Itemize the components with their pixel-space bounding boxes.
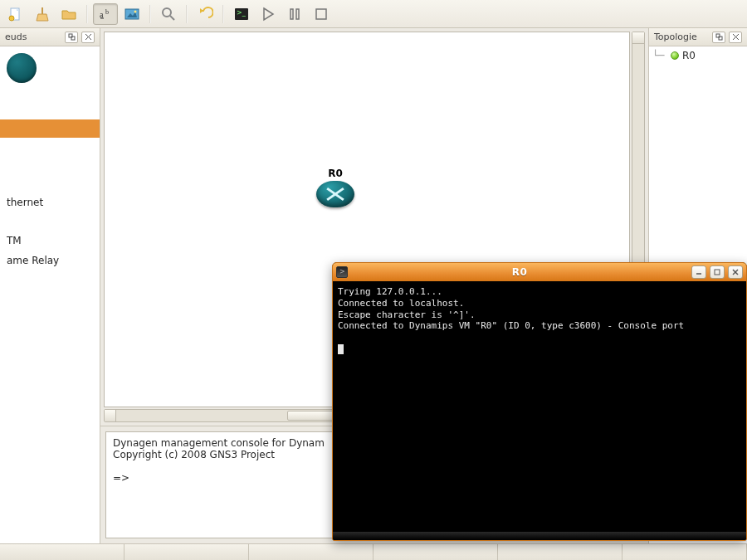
term-line: Connected to Dynamips VM "R0" (ID 0, typ…: [338, 320, 684, 331]
node-row-router[interactable]: [0, 48, 100, 119]
svg-point-8: [163, 8, 171, 17]
close-icon: [85, 33, 92, 41]
undo-icon: [197, 6, 213, 22]
pause-button[interactable]: [282, 3, 307, 25]
svg-rect-2: [42, 7, 43, 14]
close-icon: [731, 268, 740, 276]
topology-node[interactable]: └─ R0: [652, 48, 744, 63]
svg-text:a: a: [100, 10, 104, 19]
terminal-icon: [336, 266, 348, 278]
router-icon: [7, 53, 37, 83]
window-resize-grip[interactable]: [333, 532, 746, 540]
nodes-list: thernet TM ame Relay: [0, 46, 100, 543]
svg-text:>_: >_: [237, 9, 247, 17]
window-minimize-button[interactable]: [691, 265, 706, 279]
console-window-title: R0: [351, 266, 688, 278]
folder-icon: [61, 6, 77, 22]
separator: [149, 5, 151, 23]
term-line: Escape character is '^]'.: [338, 309, 476, 320]
nodes-panel-header[interactable]: euds: [0, 28, 100, 46]
status-running-icon: [671, 51, 679, 60]
topology-panel-header[interactable]: Topologie: [649, 28, 747, 46]
term-line: Trying 127.0.0.1...: [338, 286, 442, 297]
canvas-node-label: R0: [316, 168, 354, 179]
nodes-panel: euds thernet TM: [0, 28, 100, 543]
broom-icon: [34, 6, 51, 22]
close-icon: [732, 33, 740, 41]
status-bar: [0, 543, 747, 560]
svg-point-7: [134, 10, 137, 12]
maximize-icon: [713, 268, 721, 276]
svg-rect-14: [290, 9, 293, 19]
picture-icon: [124, 6, 140, 22]
svg-marker-13: [264, 8, 273, 20]
panel-close-button[interactable]: [729, 32, 742, 43]
ab-icon: a b: [97, 6, 114, 22]
play-icon: [260, 6, 276, 22]
app-root: a b: [0, 0, 747, 560]
svg-line-9: [170, 16, 174, 20]
console-prompt: =>: [113, 472, 129, 484]
console-output[interactable]: Trying 127.0.0.1... Connected to localho…: [333, 281, 746, 532]
svg-text:b: b: [105, 8, 109, 16]
svg-rect-26: [715, 270, 720, 275]
separator: [222, 5, 224, 23]
node-row-label: ame Relay: [7, 255, 59, 266]
svg-rect-15: [296, 9, 299, 19]
panel-close-button[interactable]: [81, 32, 95, 43]
minimize-icon: [695, 268, 703, 276]
play-button[interactable]: [256, 3, 281, 25]
undock-icon: [715, 33, 723, 41]
console-line: Copyright (c) 2008 GNS3 Project: [113, 449, 275, 460]
node-row-selected[interactable]: [0, 119, 100, 138]
console-line: Dynagen management console for Dynam: [113, 437, 325, 449]
panel-undock-button[interactable]: [65, 32, 78, 43]
node-row-framerelay[interactable]: ame Relay: [0, 251, 100, 270]
main-toolbar: a b: [0, 0, 747, 28]
undo-button[interactable]: [193, 3, 217, 25]
label-tool-button[interactable]: a b: [93, 3, 118, 25]
node-row-atm[interactable]: TM: [0, 231, 100, 251]
topology-node-label: R0: [682, 50, 696, 61]
term-line: Connected to localhost.: [338, 298, 464, 309]
new-project-button[interactable]: [3, 3, 28, 25]
window-close-button[interactable]: [728, 265, 743, 279]
image-tool-button[interactable]: [120, 3, 144, 25]
console-window[interactable]: R0 Trying 127.0.0.1... Connected to loca…: [332, 262, 747, 541]
terminal-cursor: [338, 344, 344, 354]
open-button[interactable]: [56, 3, 81, 25]
undock-icon: [68, 33, 76, 41]
panel-undock-button[interactable]: [712, 32, 725, 43]
magnifier-icon: [160, 6, 177, 22]
console-button[interactable]: >_: [229, 3, 254, 25]
console-window-titlebar[interactable]: R0: [333, 263, 746, 281]
node-row-label: TM: [7, 235, 22, 246]
nodes-panel-title: euds: [5, 32, 27, 42]
stop-icon: [313, 6, 330, 22]
clear-button[interactable]: [30, 3, 55, 25]
router-icon: [316, 181, 354, 207]
svg-rect-5: [125, 9, 139, 19]
separator: [86, 5, 88, 23]
stop-button[interactable]: [309, 3, 334, 25]
file-icon: [7, 6, 24, 22]
separator: [186, 5, 188, 23]
node-row-label: thernet: [7, 197, 43, 208]
canvas-node-r0[interactable]: R0: [316, 168, 354, 207]
pause-icon: [286, 6, 303, 22]
svg-rect-16: [316, 9, 326, 19]
node-row-ethernet[interactable]: thernet: [0, 192, 100, 212]
zoom-button[interactable]: [156, 3, 181, 25]
topology-panel-title: Topologie: [654, 32, 697, 42]
window-maximize-button[interactable]: [710, 265, 725, 279]
svg-point-1: [9, 16, 14, 21]
tree-branch-icon: └─: [652, 50, 667, 61]
terminal-icon: >_: [233, 6, 250, 22]
svg-marker-10: [200, 8, 203, 13]
